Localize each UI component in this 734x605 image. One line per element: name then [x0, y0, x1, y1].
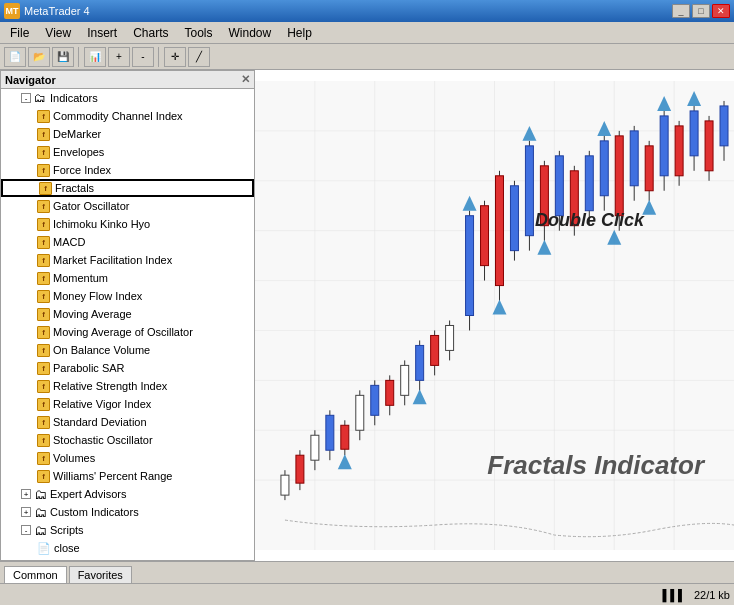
- menu-help[interactable]: Help: [279, 24, 320, 42]
- indicator-stoch[interactable]: f Stochastic Oscillator: [1, 431, 254, 449]
- toolbar-zoom-in[interactable]: +: [108, 47, 130, 67]
- navigator-header: Navigator ✕: [1, 71, 254, 89]
- svg-rect-63: [630, 131, 638, 186]
- indicator-forceindex-label: Force Index: [53, 164, 111, 176]
- indicator-macd-label: MACD: [53, 236, 85, 248]
- f-icon-williams: f: [37, 470, 50, 483]
- svg-rect-39: [446, 325, 454, 350]
- indicator-rvi[interactable]: f Relative Vigor Index: [1, 395, 254, 413]
- menu-window[interactable]: Window: [221, 24, 280, 42]
- indicator-mfi2[interactable]: f Market Facilitation Index: [1, 251, 254, 269]
- status-bar: ▌▌▌ 22/1 kb: [0, 583, 734, 605]
- indicator-envelopes-label: Envelopes: [53, 146, 104, 158]
- indicator-forceindex[interactable]: f Force Index: [1, 161, 254, 179]
- toolbar-line[interactable]: ╱: [188, 47, 210, 67]
- tab-favorites[interactable]: Favorites: [69, 566, 132, 583]
- toolbar-crosshair[interactable]: ✛: [164, 47, 186, 67]
- scripts-label: Scripts: [50, 524, 84, 536]
- chart-svg: [255, 70, 734, 561]
- indicator-macd[interactable]: f MACD: [1, 233, 254, 251]
- scripts-icon: 🗂: [33, 523, 47, 537]
- indicators-folder-icon: 🗂: [33, 91, 47, 105]
- indicator-momentum[interactable]: f Momentum: [1, 269, 254, 287]
- app-icon: MT: [4, 3, 20, 19]
- indicator-obv[interactable]: f On Balance Volume: [1, 341, 254, 359]
- svg-rect-73: [705, 121, 713, 171]
- f-icon-fractals: f: [39, 182, 52, 195]
- minimize-button[interactable]: _: [672, 4, 690, 18]
- f-icon-envelopes: f: [37, 146, 50, 159]
- expert-advisors-group[interactable]: + 🗂 Expert Advisors: [1, 485, 254, 503]
- toolbar-save[interactable]: 💾: [52, 47, 74, 67]
- indicator-mfi[interactable]: f Money Flow Index: [1, 287, 254, 305]
- indicator-sar-label: Parabolic SAR: [53, 362, 125, 374]
- svg-rect-43: [481, 206, 489, 266]
- indicator-fractals[interactable]: f Fractals: [1, 179, 254, 197]
- menu-insert[interactable]: Insert: [79, 24, 125, 42]
- svg-rect-47: [510, 186, 518, 251]
- scripts-group[interactable]: - 🗂 Scripts: [1, 521, 254, 539]
- indicator-gator-label: Gator Oscillator: [53, 200, 129, 212]
- indicators-expand[interactable]: -: [21, 93, 31, 103]
- custom-indicators-group[interactable]: + 🗂 Custom Indicators: [1, 503, 254, 521]
- script-delete-pending[interactable]: 📄 delete_pending: [1, 557, 254, 560]
- maximize-button[interactable]: □: [692, 4, 710, 18]
- menu-file[interactable]: File: [2, 24, 37, 42]
- indicators-group-label: Indicators: [50, 92, 98, 104]
- ci-icon: 🗂: [33, 505, 47, 519]
- svg-rect-27: [356, 395, 364, 430]
- tab-common[interactable]: Common: [4, 566, 67, 583]
- svg-rect-49: [525, 146, 533, 236]
- indicator-volumes[interactable]: f Volumes: [1, 449, 254, 467]
- svg-rect-21: [311, 435, 319, 460]
- indicator-rsi[interactable]: f Relative Strength Index: [1, 377, 254, 395]
- toolbar: 📄 📂 💾 📊 + - ✛ ╱: [0, 44, 734, 70]
- toolbar-chart[interactable]: 📊: [84, 47, 106, 67]
- f-icon-stoch: f: [37, 434, 50, 447]
- double-click-text: Double Click: [535, 210, 644, 231]
- f-icon-macd: f: [37, 236, 50, 249]
- chart-area[interactable]: Double Click Fractals Indicator: [255, 70, 734, 561]
- scripts-expand[interactable]: -: [21, 525, 31, 535]
- close-button[interactable]: ✕: [712, 4, 730, 18]
- navigator-content[interactable]: - 🗂 Indicators f Commodity Channel Index…: [1, 89, 254, 560]
- svg-rect-71: [690, 111, 698, 156]
- script-close[interactable]: 📄 close: [1, 539, 254, 557]
- navigator-close-button[interactable]: ✕: [241, 73, 250, 86]
- f-icon-sar: f: [37, 362, 50, 375]
- indicator-demarker[interactable]: f DeMarker: [1, 125, 254, 143]
- menu-tools[interactable]: Tools: [177, 24, 221, 42]
- indicator-cci[interactable]: f Commodity Channel Index: [1, 107, 254, 125]
- script-close-icon: 📄: [37, 541, 51, 555]
- status-size: 22/1 kb: [694, 589, 730, 601]
- indicator-gator[interactable]: f Gator Oscillator: [1, 197, 254, 215]
- toolbar-open[interactable]: 📂: [28, 47, 50, 67]
- ci-expand[interactable]: +: [21, 507, 31, 517]
- indicator-mao[interactable]: f Moving Average of Oscillator: [1, 323, 254, 341]
- indicator-rsi-label: Relative Strength Index: [53, 380, 167, 392]
- svg-rect-45: [495, 176, 503, 286]
- window-title: MetaTrader 4: [24, 5, 672, 17]
- indicator-stddev[interactable]: f Standard Deviation: [1, 413, 254, 431]
- toolbar-zoom-out[interactable]: -: [132, 47, 154, 67]
- svg-rect-41: [466, 216, 474, 316]
- ea-expand[interactable]: +: [21, 489, 31, 499]
- indicator-williams[interactable]: f Williams' Percent Range: [1, 467, 254, 485]
- indicator-sar[interactable]: f Parabolic SAR: [1, 359, 254, 377]
- f-icon-mfi: f: [37, 290, 50, 303]
- indicator-envelopes[interactable]: f Envelopes: [1, 143, 254, 161]
- svg-rect-75: [720, 106, 728, 146]
- indicator-mfi-label: Money Flow Index: [53, 290, 142, 302]
- menu-charts[interactable]: Charts: [125, 24, 176, 42]
- indicators-group[interactable]: - 🗂 Indicators: [1, 89, 254, 107]
- svg-rect-23: [326, 415, 334, 450]
- f-icon-stddev: f: [37, 416, 50, 429]
- f-icon-cci: f: [37, 110, 50, 123]
- indicator-ma[interactable]: f Moving Average: [1, 305, 254, 323]
- menu-view[interactable]: View: [37, 24, 79, 42]
- indicator-ichimoku[interactable]: f Ichimoku Kinko Hyo: [1, 215, 254, 233]
- svg-rect-37: [431, 335, 439, 365]
- f-icon-rvi: f: [37, 398, 50, 411]
- toolbar-new[interactable]: 📄: [4, 47, 26, 67]
- f-icon-ma: f: [37, 308, 50, 321]
